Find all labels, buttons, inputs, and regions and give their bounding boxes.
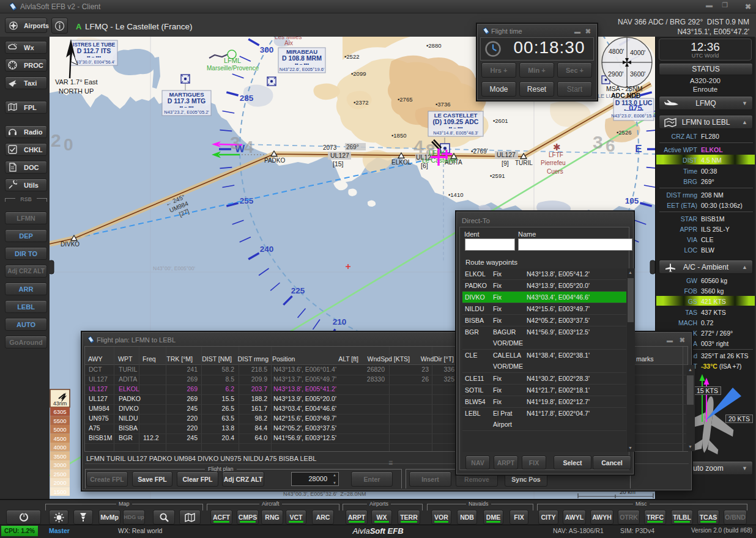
svg-text:2: 2 [51, 130, 61, 150]
svg-text:NORTH UP: NORTH UP [59, 87, 94, 95]
svg-text:[15]: [15] [333, 160, 344, 168]
svg-text:N43°00', E005°00': N43°00', E005°00' [153, 265, 195, 271]
svg-text:LFML: LFML [224, 57, 241, 64]
svg-text:•2601: •2601 [493, 117, 508, 124]
svg-text:4000': 4000' [630, 49, 645, 56]
svg-text:E: E [635, 143, 642, 155]
svg-text:•3736: •3736 [435, 101, 450, 108]
svg-text:5500: 5500 [53, 418, 66, 424]
svg-text:N43°14.8', E005°48.3': N43°14.8', E005°48.3' [433, 130, 478, 136]
svg-text:UL127: UL127 [497, 151, 516, 158]
svg-text:Aix: Aix [284, 40, 293, 46]
svg-text:ELKOL: ELKOL [391, 159, 412, 166]
svg-text:3600': 3600' [630, 70, 645, 78]
svg-text:•2765: •2765 [398, 96, 412, 103]
svg-text:•• – •••: •• – ••• [87, 54, 101, 59]
svg-text:•2880: •2880 [426, 42, 441, 49]
svg-text:4500: 4500 [53, 435, 66, 442]
svg-text:TURIL: TURIL [515, 160, 533, 166]
svg-text:075: 075 [629, 103, 642, 112]
svg-text:•2591: •2591 [490, 172, 505, 179]
svg-text:Pierrefeu: Pierrefeu [541, 160, 566, 166]
svg-text:•• – •••: •• – ••• [180, 104, 194, 109]
svg-text:43nm: 43nm [53, 400, 67, 407]
svg-text:•2522: •2522 [344, 53, 359, 60]
svg-text:LFTF: LFTF [549, 152, 563, 158]
svg-text:•2769': •2769' [471, 148, 488, 155]
svg-text:3: 3 [230, 133, 240, 153]
svg-text:N43°23.0', E006°15.4': N43°23.0', E006°15.4' [611, 113, 655, 119]
svg-text:2500: 2500 [53, 471, 66, 477]
svg-text:300: 300 [260, 45, 274, 54]
svg-text:6305: 6305 [53, 408, 66, 415]
svg-text:240: 240 [260, 245, 274, 254]
svg-text:•1410: •1410 [448, 191, 463, 198]
svg-text:UL127: UL127 [330, 152, 349, 159]
svg-text:•2099: •2099 [351, 70, 366, 77]
svg-text:•2372: •2372 [354, 99, 368, 106]
svg-text:N43°22.6', E005°19.6': N43°22.6', E005°19.6' [280, 67, 325, 72]
svg-text:285: 285 [240, 94, 254, 103]
svg-text:N43°23.2', E005°05.2': N43°23.2', E005°05.2' [164, 109, 209, 115]
svg-text:N43°30.0', E004°56.4': N43°30.0', E004°56.4' [73, 60, 115, 64]
svg-text:DIVKO: DIVKO [61, 241, 80, 248]
svg-text:•2526: •2526 [617, 129, 631, 136]
svg-text:•• – •••: •• – ••• [449, 125, 463, 130]
svg-text:N43°00.3', E005°32.6' Z=28.0N: N43°00.3', E005°32.6' Z=28.0NM [283, 491, 366, 497]
svg-text:2900': 2900' [608, 70, 623, 78]
svg-text:•• – •••: •• – ••• [295, 61, 309, 67]
svg-text:Cuers: Cuers [547, 168, 563, 175]
svg-text:6: 6 [606, 136, 615, 155]
svg-text:Marseille/Provence: Marseille/Provence [207, 65, 259, 72]
svg-text:3500: 3500 [53, 453, 66, 460]
svg-text:4000: 4000 [53, 444, 66, 451]
svg-text:225: 225 [291, 286, 305, 295]
svg-text:ADC NDB: ADC NDB [611, 92, 641, 99]
svg-text:3: 3 [593, 132, 603, 152]
svg-text:0: 0 [64, 135, 73, 154]
svg-text:✱: ✱ [553, 142, 561, 152]
svg-text:269°: 269° [346, 144, 359, 150]
svg-text:[9]: [9] [502, 160, 509, 167]
svg-text:4: 4 [244, 138, 254, 157]
svg-text:105: 105 [625, 196, 639, 205]
svg-text:5000: 5000 [53, 426, 66, 433]
svg-text:2073: 2073 [323, 144, 337, 151]
svg-text:210: 210 [333, 317, 347, 326]
svg-text:•1850: •1850 [391, 132, 406, 139]
svg-text:4800': 4800' [609, 48, 624, 55]
svg-text:3000: 3000 [53, 462, 66, 468]
svg-text:PADKO: PADKO [264, 157, 285, 164]
svg-text:2000: 2000 [53, 479, 66, 486]
svg-text:VAR 1.7° East: VAR 1.7° East [55, 78, 98, 86]
svg-text:1500: 1500 [53, 488, 66, 495]
